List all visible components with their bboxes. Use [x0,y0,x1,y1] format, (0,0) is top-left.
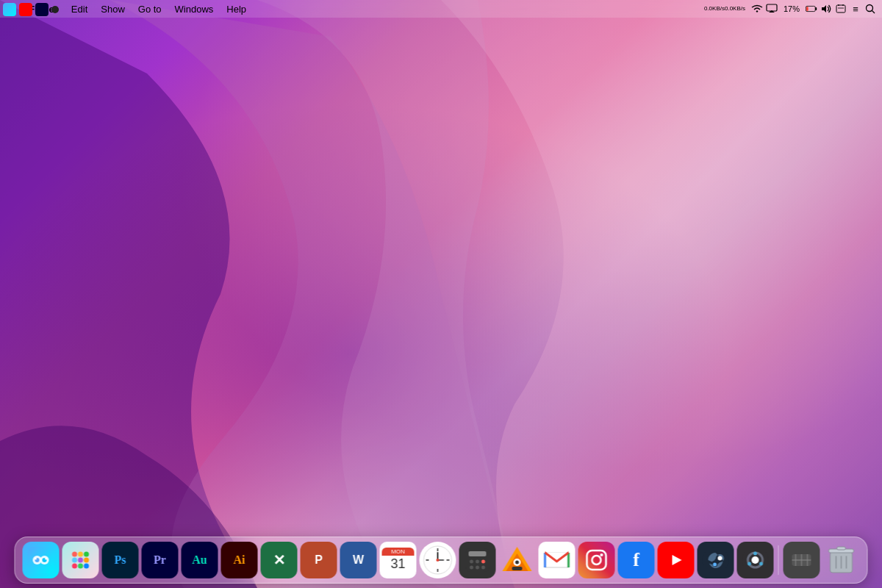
svg-point-23 [72,564,77,569]
svg-point-20 [72,558,77,563]
svg-rect-3 [806,7,808,11]
menubar-right: 0.0KB/s 0.0KB/s 17% [701,3,876,15]
desktop:  Finder Edit Show Go to Windows Help 0.… [0,0,882,588]
svg-point-62 [747,562,751,566]
volume-icon[interactable] [820,3,832,15]
airplay-icon[interactable] [766,3,778,15]
dock-icon-excel[interactable]: ✕ [261,542,298,578]
dock-container: Ps Pr Au Ai ✕ P W [15,537,868,584]
svg-point-61 [759,562,763,566]
dock-icon-youtube[interactable] [658,542,695,578]
dock-icon-steam[interactable] [698,542,734,578]
svg-point-19 [84,552,89,557]
spotlight-icon[interactable] [864,3,876,15]
dock-icon-photoshop[interactable]: Ps [102,542,139,578]
notification-icon[interactable] [835,3,847,15]
svg-rect-49 [587,551,606,570]
dock-icon-calculator[interactable] [459,542,496,578]
svg-point-60 [753,552,757,556]
dock-separator [778,545,779,575]
battery-icon [806,3,817,15]
svg-line-9 [872,11,875,14]
finder-menu-icon[interactable] [3,3,16,16]
menu-extras-icon[interactable]: ≡ [850,3,861,15]
svg-point-18 [78,552,83,557]
svg-point-24 [78,564,83,569]
dock-icon-premiere[interactable]: Pr [142,542,179,578]
battery-percentage: 17% [781,3,803,15]
svg-point-41 [481,566,485,570]
dock: Ps Pr Au Ai ✕ P W [15,537,868,584]
svg-point-22 [84,558,89,563]
svg-rect-4 [836,5,845,12]
windows-menu[interactable]: Windows [169,2,220,16]
svg-point-21 [78,558,83,563]
top-left-apps [3,3,59,16]
svg-point-50 [592,556,601,564]
svg-point-54 [703,547,729,573]
premiere-menu-icon[interactable] [35,3,49,16]
svg-point-33 [437,559,440,562]
dock-icon-illustrator[interactable]: Ai [221,542,258,578]
dock-icon-magnet[interactable] [784,542,820,578]
network-upload: 0.0KB/s [704,6,725,12]
svg-point-56 [713,563,717,567]
network-download: 0.0KB/s [725,6,745,12]
svg-point-46 [515,561,519,564]
dock-icon-trash[interactable] [823,542,860,578]
wifi-icon[interactable] [751,3,763,15]
svg-point-8 [867,5,873,12]
dock-icon-finder[interactable] [23,542,60,578]
dock-icon-facebook[interactable]: f [618,542,655,578]
dock-icon-instagram[interactable] [578,542,615,578]
svg-point-25 [84,564,89,569]
svg-point-55 [718,556,723,561]
dock-icon-clock[interactable] [420,542,456,578]
svg-point-17 [72,552,77,557]
svg-point-40 [476,566,479,570]
svg-point-15 [35,558,37,560]
dock-icon-audition[interactable]: Au [182,542,218,578]
dock-icon-word[interactable]: W [340,542,377,578]
edit-menu[interactable]: Edit [65,2,93,16]
svg-point-16 [45,558,47,560]
help-menu[interactable]: Help [220,2,252,16]
svg-rect-2 [815,7,817,10]
svg-rect-0 [767,4,777,11]
dock-icon-obs[interactable] [737,542,774,578]
dot-menu-icon [51,6,59,13]
svg-point-39 [470,566,473,570]
svg-point-38 [481,560,485,564]
svg-rect-70 [837,547,846,550]
svg-rect-35 [469,551,487,556]
show-menu[interactable]: Show [95,2,131,16]
svg-point-36 [470,560,473,564]
dock-icon-vlc[interactable] [499,542,536,578]
dock-icon-gmail[interactable] [539,542,576,578]
svg-point-51 [600,553,603,556]
menubar:  Finder Edit Show Go to Windows Help 0.… [0,0,882,18]
dock-icon-calendar[interactable]: MON 31 [380,542,417,578]
goto-menu[interactable]: Go to [132,2,168,16]
svg-point-37 [476,560,479,564]
adobe-menu-icon[interactable] [19,3,32,16]
svg-rect-44 [512,567,523,570]
svg-point-59 [752,556,759,564]
dock-icon-powerpoint[interactable]: P [301,542,337,578]
dock-icon-launchpad[interactable] [62,542,99,578]
network-stats: 0.0KB/s 0.0KB/s [701,4,748,14]
